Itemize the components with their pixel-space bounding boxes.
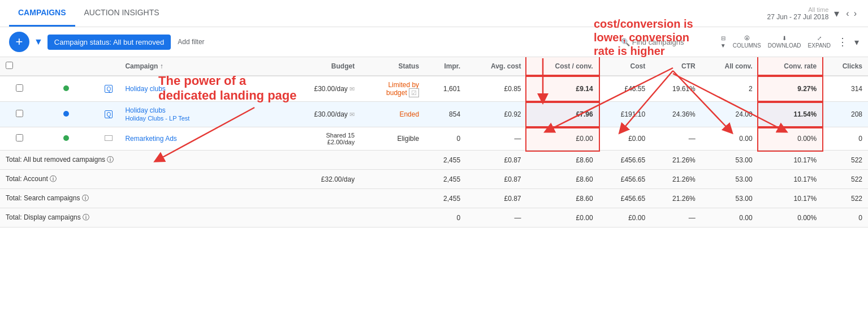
row2-all-conv: 24.00 [701, 102, 758, 127]
row3-status-text: Eligible [397, 135, 419, 143]
row3-budget: Shared 15£2.00/day [284, 127, 360, 151]
total-account-conv: 53.00 [701, 170, 758, 189]
status-icon-check: ☑ [409, 88, 419, 97]
row2-dot [39, 102, 75, 127]
col-header-avg-cost[interactable]: Avg. cost [466, 57, 526, 76]
row2-type: Q [75, 102, 120, 127]
expand-btn[interactable]: ⤢ EXPAND [808, 35, 831, 49]
row3-ctr: — [651, 127, 701, 151]
toolbar: + ▼ Campaign status: All but removed Add… [0, 27, 868, 57]
collapse-btn[interactable]: ▾ [854, 37, 859, 48]
select-all-checkbox[interactable] [6, 62, 13, 69]
total-all-avg-cost: £0.87 [466, 151, 526, 170]
total-account-status [360, 170, 425, 189]
filter-label: ▼ [720, 42, 726, 49]
col-header-campaign[interactable]: Campaign ↑ [119, 57, 284, 76]
columns-icon: ⦿ [744, 35, 750, 41]
total-account-clicks: 522 [822, 170, 868, 189]
total-all-name [119, 151, 284, 170]
search-input[interactable] [632, 38, 711, 46]
row3-status: Eligible [360, 127, 425, 151]
col-header-conv-rate[interactable]: Conv. rate [758, 57, 823, 76]
row3-cost-conv: £0.00 [526, 127, 598, 151]
row1-status: Limited bybudget ☑ [360, 76, 425, 102]
total-search-name [119, 189, 284, 208]
col-header-checkbox[interactable] [0, 57, 39, 76]
total-display-label: Total: Display campaigns ⓘ [0, 208, 119, 227]
total-account-ctr: 21.26% [651, 170, 701, 189]
filter-funnel-icon[interactable]: ▼ [34, 37, 43, 47]
row2-subname-link[interactable]: Holiday Clubs - LP Test [125, 115, 189, 122]
total-row-account: Total: Account ⓘ £32.00/day 2,455 £0.87 … [0, 170, 868, 189]
total-all-conv: 53.00 [701, 151, 758, 170]
tab-auction-insights[interactable]: AUCTION INSIGHTS [75, 0, 169, 27]
col-header-all-conv[interactable]: All conv. [701, 57, 758, 76]
row3-name: Remarketing Ads [119, 127, 284, 151]
total-account-impr: 2,455 [425, 170, 466, 189]
total-account-conv-rate: 10.17% [758, 170, 823, 189]
total-row-display: Total: Display campaigns ⓘ 0 — £0.00 £0.… [0, 208, 868, 227]
total-row-all: Total: All but removed campaigns ⓘ 2,455… [0, 151, 868, 170]
add-button[interactable]: + [9, 32, 29, 52]
search-icon: 🔍 [621, 38, 630, 46]
total-display-budget [284, 208, 360, 227]
download-label: DOWNLOAD [768, 42, 801, 49]
total-search-label: Total: Search campaigns ⓘ [0, 189, 119, 208]
row1-dot [39, 76, 75, 102]
col-header-cost[interactable]: Cost [599, 57, 651, 76]
col-header-clicks[interactable]: Clicks [822, 57, 868, 76]
filter-symbol: ⊟ [721, 35, 726, 41]
col-header-budget[interactable]: Budget [284, 57, 360, 76]
row2-status-text: Ended [399, 110, 419, 118]
total-search-conv: 53.00 [701, 189, 758, 208]
search-area: 🔍 [621, 38, 711, 46]
table-row: Q Holiday clubs Holiday Clubs - LP Test … [0, 102, 868, 127]
filter-status-button[interactable]: Campaign status: All but removed [47, 35, 171, 50]
total-display-ctr: — [651, 208, 701, 227]
next-arrow[interactable]: › [852, 7, 859, 20]
row2-ctr: 24.36% [651, 102, 701, 127]
total-account-label: Total: Account ⓘ [0, 170, 119, 189]
search-type-icon: Q [105, 85, 113, 93]
add-filter-button[interactable]: Add filter [178, 38, 204, 46]
budget-email-icon: ✉ [349, 85, 355, 92]
row3-campaign-link[interactable]: Remarketing Ads [125, 135, 176, 143]
budget-email-icon2: ✉ [349, 111, 355, 118]
row1-campaign-link[interactable]: Holiday clubs [125, 85, 165, 93]
row3-impr: 0 [425, 127, 466, 151]
row1-all-conv: 2 [701, 76, 758, 102]
expand-icon: ⤢ [817, 35, 822, 41]
row3-avg-cost: — [466, 127, 526, 151]
columns-label: COLUMNS [733, 42, 761, 49]
total-all-clicks: 522 [822, 151, 868, 170]
tab-campaigns[interactable]: CAMPAIGNS [9, 0, 75, 27]
download-btn[interactable]: ⬇ DOWNLOAD [768, 35, 801, 49]
total-account-name [119, 170, 284, 189]
col-header-status[interactable]: Status [360, 57, 425, 76]
date-dropdown-icon[interactable]: ▾ [834, 7, 839, 20]
row3-checkbox[interactable] [0, 127, 39, 151]
row2-avg-cost: £0.92 [466, 102, 526, 127]
col-header-impr[interactable]: Impr. [425, 57, 466, 76]
total-all-status [360, 151, 425, 170]
table-row: Remarketing Ads Shared 15£2.00/day Eligi… [0, 127, 868, 151]
total-all-cost-conv: £8.60 [526, 151, 598, 170]
row3-cost: £0.00 [599, 127, 651, 151]
total-search-status [360, 189, 425, 208]
columns-btn[interactable]: ⦿ COLUMNS [733, 35, 761, 49]
row2-checkbox[interactable] [0, 102, 39, 127]
col-header-ctr[interactable]: CTR [651, 57, 701, 76]
prev-arrow[interactable]: ‹ [844, 7, 851, 20]
row3-all-conv: 0.00 [701, 127, 758, 151]
filter-icon-btn[interactable]: ⊟ ▼ [720, 35, 726, 49]
col-header-dot [39, 57, 75, 76]
col-header-cost-conv[interactable]: Cost / conv. [526, 57, 598, 76]
row2-campaign-link[interactable]: Holiday clubs [125, 106, 165, 114]
total-search-conv-rate: 10.17% [758, 189, 823, 208]
row1-checkbox[interactable] [0, 76, 39, 102]
row2-impr: 854 [425, 102, 466, 127]
row2-cost: £191.10 [599, 102, 651, 127]
row2-status: Ended [360, 102, 425, 127]
more-btn[interactable]: ⋮ [837, 36, 848, 48]
date-range-value: 27 Jun - 27 Jul 2018 [767, 13, 829, 21]
